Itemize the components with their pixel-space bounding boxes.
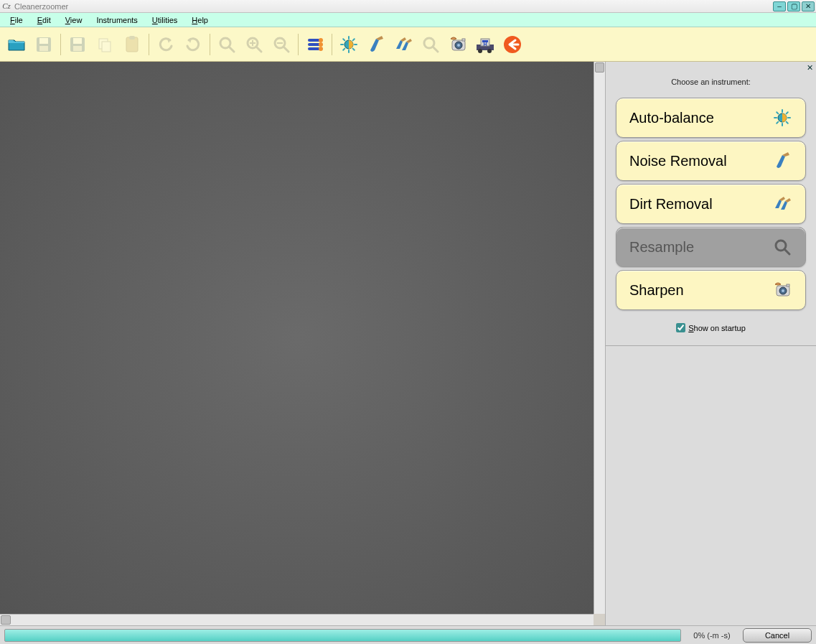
- vertical-scrollbar[interactable]: [594, 62, 605, 614]
- toolbar: H: [0, 27, 816, 62]
- horizontal-scrollbar[interactable]: [0, 614, 594, 625]
- zoom-fit-icon: [217, 34, 237, 55]
- instrument-noise-removal-button[interactable]: Noise Removal: [616, 141, 806, 181]
- progress-bar: [4, 629, 681, 642]
- toolbar-separator: [210, 34, 210, 55]
- auto-balance-icon: [772, 108, 792, 128]
- svg-rect-39: [462, 39, 465, 41]
- save-as-button: [65, 32, 90, 57]
- menu-instruments[interactable]: Instruments: [89, 14, 144, 26]
- zoom-out-icon: [271, 34, 291, 55]
- main-area: ✕ Choose an instrument: Auto-balanceNois…: [0, 62, 816, 625]
- svg-text:H: H: [483, 42, 487, 47]
- auto-balance-icon: [339, 34, 359, 55]
- window-controls: – ▢ ✕: [773, 1, 815, 11]
- save-button: [32, 32, 56, 57]
- menu-view[interactable]: View: [58, 14, 90, 26]
- canvas-scroll: [0, 62, 605, 614]
- menu-utilities[interactable]: Utilities: [145, 14, 184, 26]
- zoom-in-button: [242, 32, 266, 57]
- zoom-in-icon: [244, 34, 264, 55]
- panel-title: Choose an instrument:: [606, 78, 816, 86]
- menu-edit[interactable]: Edit: [30, 14, 58, 26]
- sharpen-button[interactable]: [446, 32, 470, 57]
- svg-line-31: [343, 39, 344, 40]
- cancel-button[interactable]: Cancel: [743, 628, 812, 643]
- show-on-startup-checkbox[interactable]: [676, 323, 685, 332]
- dirt-removal-button[interactable]: [391, 32, 416, 57]
- canvas-viewport[interactable]: [0, 62, 594, 614]
- show-on-startup-row: Show on startup: [606, 323, 816, 332]
- instrument-label: Noise Removal: [629, 153, 727, 169]
- svg-rect-2: [39, 46, 48, 51]
- minimize-button[interactable]: –: [773, 1, 786, 11]
- save-as-icon: [67, 34, 88, 55]
- paste-icon: [122, 34, 142, 55]
- canvas-wrap: [0, 62, 605, 625]
- open-folder-button[interactable]: [4, 32, 29, 57]
- svg-rect-5: [73, 46, 82, 51]
- app-icon: Cz: [1, 1, 11, 11]
- instrument-label: Dirt Removal: [629, 196, 713, 213]
- svg-point-23: [319, 42, 323, 47]
- svg-point-22: [319, 38, 323, 42]
- redo-button: [181, 32, 205, 57]
- instrument-dirt-removal-button[interactable]: Dirt Removal: [616, 184, 806, 224]
- auto-balance-button[interactable]: [337, 32, 361, 57]
- scrollbar-thumb[interactable]: [595, 62, 604, 73]
- svg-line-17: [283, 47, 289, 52]
- svg-line-57: [784, 249, 789, 254]
- menu-file[interactable]: File: [3, 14, 30, 26]
- instrument-resample-button: Resample: [616, 227, 806, 267]
- svg-rect-1: [39, 38, 48, 44]
- sharpen-icon: [772, 280, 792, 300]
- maximize-button[interactable]: ▢: [787, 1, 800, 11]
- title-bar: Cz Cleanerzoomer – ▢ ✕: [0, 0, 816, 13]
- redo-icon: [183, 34, 203, 55]
- resample-icon: [421, 34, 441, 55]
- save-icon: [34, 34, 54, 55]
- svg-rect-4: [73, 38, 82, 44]
- noise-removal-button[interactable]: [364, 32, 388, 57]
- noise-removal-icon: [366, 34, 386, 55]
- resample-icon: [772, 237, 792, 257]
- instrument-panel: ✕ Choose an instrument: Auto-balanceNois…: [605, 62, 816, 625]
- noise-removal-icon: [772, 151, 792, 171]
- svg-rect-9: [129, 36, 135, 39]
- svg-line-51: [777, 122, 778, 123]
- panel-close-icon[interactable]: ✕: [805, 63, 815, 73]
- dirt-removal-icon: [772, 194, 792, 214]
- toolbar-separator: [149, 34, 149, 55]
- app-title: Cleanerzoomer: [14, 2, 773, 11]
- scrollbar-thumb[interactable]: [1, 615, 11, 625]
- svg-rect-61: [787, 284, 789, 286]
- undo-button: [154, 32, 178, 57]
- options-icon: [305, 34, 325, 55]
- show-on-startup-label[interactable]: Show on startup: [688, 324, 746, 332]
- instrument-label: Resample: [629, 239, 694, 256]
- zoom-fit-button: [215, 32, 239, 57]
- menu-help[interactable]: Help: [184, 14, 215, 26]
- close-button[interactable]: ✕: [802, 1, 815, 11]
- instrument-sharpen-button[interactable]: Sharpen: [616, 270, 806, 310]
- paste-button: [120, 32, 144, 57]
- back-arrow-button[interactable]: [500, 32, 525, 57]
- status-text: 0% (-m -s): [687, 631, 737, 640]
- dirt-removal-icon: [393, 34, 413, 55]
- svg-point-41: [478, 49, 482, 53]
- toolbar-separator: [332, 34, 332, 55]
- copy-button: [93, 32, 117, 57]
- svg-line-11: [229, 47, 234, 52]
- batch-button[interactable]: H: [473, 32, 497, 57]
- instrument-label: Auto-balance: [629, 110, 714, 126]
- svg-point-60: [782, 289, 784, 292]
- toolbar-separator: [298, 34, 299, 55]
- svg-line-13: [256, 47, 261, 52]
- svg-line-35: [433, 47, 438, 52]
- instrument-auto-balance-button[interactable]: Auto-balance: [616, 98, 806, 138]
- resample-button: [418, 32, 443, 57]
- svg-line-29: [343, 48, 344, 50]
- options-button[interactable]: [303, 32, 327, 57]
- svg-rect-7: [102, 42, 111, 52]
- svg-line-33: [353, 39, 355, 40]
